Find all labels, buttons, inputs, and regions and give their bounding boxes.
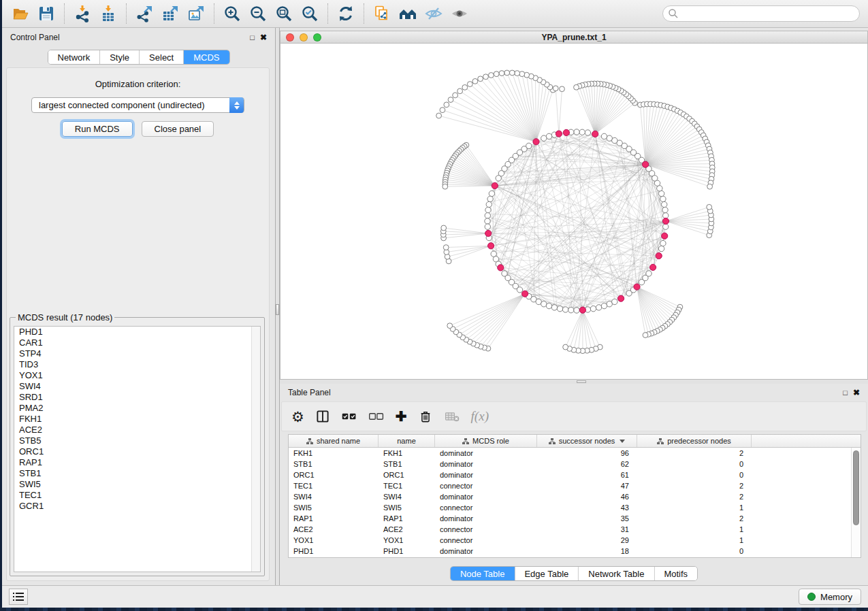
table-row[interactable]: RAP1RAP1dominator352 <box>289 513 861 524</box>
mcds-result-item[interactable]: ACE2 <box>14 425 260 435</box>
network-canvas[interactable] <box>280 44 867 379</box>
zoom-in-button[interactable] <box>221 3 244 24</box>
table-cell[interactable]: 47 <box>537 480 637 491</box>
table-cell[interactable]: connector <box>435 502 537 513</box>
first-neighbors-button[interactable] <box>396 3 419 24</box>
mcds-result-item[interactable]: YOX1 <box>14 370 260 381</box>
table-cell[interactable]: dominator <box>435 491 537 502</box>
delete-column-button[interactable] <box>418 406 433 427</box>
table-row[interactable]: PHD1PHD1dominator180 <box>289 546 861 557</box>
table-cell[interactable]: ACE2 <box>379 524 435 535</box>
table-cell[interactable]: 1 <box>637 524 752 535</box>
table-cell[interactable]: PHD1 <box>289 546 379 557</box>
column-header-shared-name[interactable]: shared name <box>289 435 379 447</box>
table-cell[interactable]: 62 <box>537 459 637 469</box>
unselect-all-columns-button[interactable] <box>368 406 385 427</box>
search-input[interactable] <box>662 5 860 22</box>
table-cell[interactable]: 2 <box>637 448 752 459</box>
table-cell[interactable]: SWI5 <box>289 502 379 513</box>
close-panel-icon[interactable]: ✖ <box>853 389 860 397</box>
mcds-result-item[interactable]: ORC1 <box>14 446 260 457</box>
export-image-button[interactable] <box>184 3 208 24</box>
table-cell[interactable]: PHD1 <box>379 546 435 557</box>
table-cell[interactable]: FKH1 <box>289 448 379 459</box>
run-mcds-button[interactable]: Run MCDS <box>62 121 133 137</box>
tab-motifs[interactable]: Motifs <box>654 567 697 580</box>
table-cell[interactable]: 1 <box>637 535 752 546</box>
table-row[interactable]: TEC1TEC1connector472 <box>289 480 861 491</box>
mcds-result-item[interactable]: STB5 <box>14 435 260 446</box>
show-columns-button[interactable] <box>315 406 330 427</box>
close-panel-icon[interactable]: ✖ <box>260 33 267 42</box>
column-header-name[interactable]: name <box>379 435 435 447</box>
show-all-button[interactable] <box>448 3 471 24</box>
table-scrollbar[interactable] <box>851 448 861 557</box>
table-row[interactable]: YOX1YOX1connector291 <box>289 535 861 546</box>
tab-network[interactable]: Network <box>48 50 100 64</box>
table-cell[interactable]: dominator <box>435 513 537 524</box>
column-header-successor-nodes[interactable]: successor nodes <box>537 435 637 447</box>
mcds-result-item[interactable]: STP4 <box>14 348 260 359</box>
clone-network-button[interactable] <box>370 3 393 24</box>
tab-edge-table[interactable]: Edge Table <box>515 567 579 580</box>
table-cell[interactable]: SWI4 <box>379 491 435 502</box>
table-cell[interactable]: 43 <box>537 502 637 513</box>
table-row[interactable]: FKH1FKH1dominator962 <box>289 448 861 459</box>
table-cell[interactable]: STB1 <box>379 459 435 469</box>
table-row[interactable]: STB1STB1dominator620 <box>289 459 861 469</box>
open-file-button[interactable] <box>9 3 32 24</box>
float-panel-icon[interactable]: □ <box>250 34 255 42</box>
table-cell[interactable]: RAP1 <box>379 513 435 524</box>
table-scrollbar-thumb[interactable] <box>853 450 859 525</box>
table-cell[interactable]: 46 <box>537 491 637 502</box>
zoom-out-button[interactable] <box>246 3 270 24</box>
mcds-result-item[interactable]: RAP1 <box>14 457 260 468</box>
table-cell[interactable]: STB1 <box>289 459 379 469</box>
select-all-columns-button[interactable] <box>341 406 357 427</box>
column-header-predecessor-nodes[interactable]: predecessor nodes <box>637 435 752 447</box>
tab-style[interactable]: Style <box>100 50 140 64</box>
table-cell[interactable]: 96 <box>537 448 637 459</box>
table-cell[interactable]: YOX1 <box>289 535 379 546</box>
mcds-result-item[interactable]: SWI4 <box>14 381 260 392</box>
tab-select[interactable]: Select <box>140 50 184 64</box>
table-cell[interactable]: 0 <box>637 459 752 469</box>
save-session-button[interactable] <box>35 3 58 24</box>
criterion-dropdown[interactable]: largest connected component (undirected) <box>31 97 244 113</box>
memory-button[interactable]: Memory <box>799 589 861 605</box>
table-cell[interactable]: 61 <box>537 469 637 480</box>
table-row[interactable]: ORC1ORC1dominator610 <box>289 469 861 480</box>
mcds-result-item[interactable]: PMA2 <box>14 403 260 414</box>
table-cell[interactable]: 2 <box>637 480 752 491</box>
table-cell[interactable]: 18 <box>537 546 637 557</box>
tab-network-table[interactable]: Network Table <box>579 567 654 580</box>
mcds-result-item[interactable]: SRD1 <box>14 392 260 403</box>
table-settings-button[interactable]: ⚙ <box>291 406 304 427</box>
table-cell[interactable]: 35 <box>537 513 637 524</box>
mcds-result-item[interactable]: TEC1 <box>14 490 260 501</box>
column-header-MCDS-role[interactable]: MCDS role <box>435 435 537 447</box>
import-table-button[interactable] <box>97 3 120 24</box>
table-cell[interactable]: dominator <box>435 448 537 459</box>
export-table-button[interactable] <box>159 3 182 24</box>
mcds-result-item[interactable]: SWI5 <box>14 479 260 490</box>
table-cell[interactable]: dominator <box>435 459 537 469</box>
create-column-button[interactable]: ✚ <box>396 406 407 427</box>
table-cell[interactable]: dominator <box>435 546 537 557</box>
table-cell[interactable]: 31 <box>537 524 637 535</box>
close-panel-button[interactable]: Close panel <box>142 121 214 137</box>
mcds-result-item[interactable]: TID3 <box>14 359 260 370</box>
mcds-result-item[interactable]: FKH1 <box>14 414 260 425</box>
zoom-fit-button[interactable] <box>272 3 295 24</box>
table-cell[interactable]: 1 <box>637 502 752 513</box>
table-cell[interactable]: 29 <box>537 535 637 546</box>
table-row[interactable]: SWI5SWI5connector431 <box>289 502 861 513</box>
table-cell[interactable]: SWI4 <box>289 491 379 502</box>
table-cell[interactable]: dominator <box>435 469 537 480</box>
table-cell[interactable]: connector <box>435 524 537 535</box>
table-cell[interactable]: FKH1 <box>379 448 435 459</box>
table-cell[interactable]: 0 <box>637 546 752 557</box>
table-row[interactable]: ACE2ACE2connector311 <box>289 524 861 535</box>
table-cell[interactable]: ORC1 <box>379 469 435 480</box>
table-cell[interactable]: TEC1 <box>289 480 379 491</box>
